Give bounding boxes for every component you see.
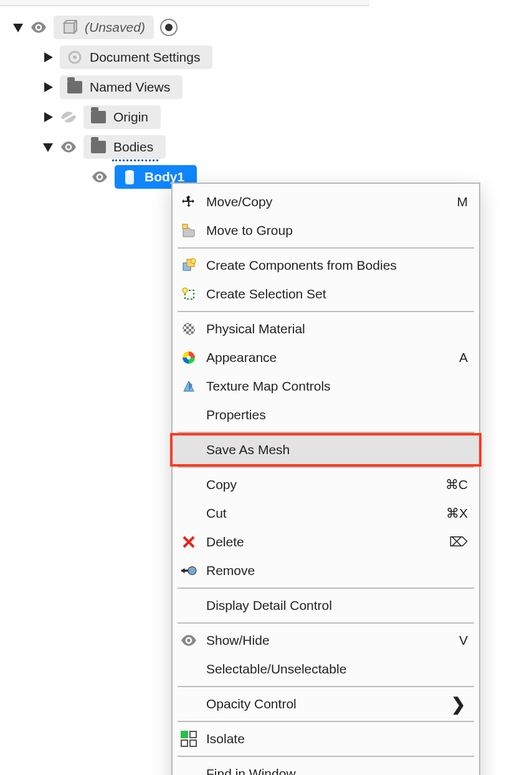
menu-icon-empty — [180, 660, 197, 678]
menu-item-appearance[interactable]: AppearanceA — [173, 343, 479, 372]
menu-item-label: Create Selection Set — [206, 287, 468, 302]
expand-toggle[interactable] — [42, 141, 54, 153]
tree-item-label: Named Views — [90, 80, 170, 95]
menu-item-label: Show/Hide — [206, 633, 450, 648]
delete-icon — [180, 533, 197, 551]
menu-item-physical-material[interactable]: Physical Material — [173, 315, 479, 343]
browser-tree: (Unsaved) Document Settings Named Views — [12, 12, 361, 192]
menu-item-cut[interactable]: Cut⌘X — [173, 499, 479, 528]
menu-item-find-in-window[interactable]: Find in Window — [173, 759, 479, 775]
eye-hidden-icon[interactable] — [60, 112, 77, 123]
folder-icon — [67, 80, 82, 95]
active-component-radio[interactable] — [160, 19, 178, 36]
menu-item-remove[interactable]: Remove — [173, 556, 479, 585]
toolbar-stub — [0, 0, 369, 6]
tree-root-row[interactable]: (Unsaved) — [12, 12, 361, 42]
menu-item-label: Save As Mesh — [206, 442, 468, 457]
menu-separator — [178, 311, 474, 312]
svg-point-18 — [183, 323, 195, 335]
menu-item-shortcut: A — [459, 350, 468, 365]
tree-item-bodies[interactable]: Bodies — [12, 132, 361, 162]
menu-item-shortcut: V — [459, 633, 468, 648]
expand-toggle[interactable] — [42, 52, 54, 63]
tree-chip[interactable]: Bodies — [83, 135, 166, 159]
menu-item-isolate[interactable]: Isolate — [173, 725, 479, 753]
tree-chip[interactable]: Origin — [83, 105, 161, 129]
menu-separator — [178, 247, 474, 249]
menu-item-properties[interactable]: Properties — [173, 401, 479, 429]
menu-item-label: Delete — [206, 535, 440, 549]
menu-icon-empty — [180, 505, 197, 522]
tree-item-label: Origin — [113, 110, 148, 125]
menu-item-label: Create Components from Bodies — [206, 258, 468, 273]
menu-item-shortcut: ⌘X — [446, 506, 468, 521]
menu-icon-empty — [180, 441, 197, 459]
expand-toggle[interactable] — [42, 112, 54, 123]
eye-icon[interactable] — [60, 141, 77, 153]
menu-item-shortcut: M — [457, 194, 468, 209]
menu-item-shortcut: ⌘C — [445, 477, 468, 492]
menu-item-label: Display Detail Control — [206, 598, 468, 613]
menu-item-texture-map-controls[interactable]: Texture Map Controls — [173, 372, 479, 401]
svg-rect-10 — [183, 224, 188, 229]
menu-item-delete[interactable]: Delete⌦ — [173, 528, 479, 556]
menu-item-label: Move/Copy — [206, 194, 449, 209]
menu-item-create-selection-set[interactable]: Create Selection Set — [173, 280, 479, 308]
menu-item-copy[interactable]: Copy⌘C — [173, 470, 479, 499]
create-components-icon — [180, 257, 197, 274]
menu-separator — [178, 721, 474, 722]
menu-icon-empty — [180, 476, 197, 493]
svg-point-28 — [187, 639, 190, 642]
menu-item-create-components-from-bodies[interactable]: Create Components from Bodies — [173, 251, 479, 280]
menu-item-move-copy[interactable]: Move/CopyM — [173, 188, 479, 216]
menu-item-opacity-control[interactable]: Opacity Control❯ — [173, 690, 479, 718]
menu-item-label: Copy — [206, 477, 437, 492]
menu-item-label: Remove — [206, 563, 468, 578]
expand-toggle[interactable] — [12, 22, 24, 33]
tree-item-named-views[interactable]: Named Views — [12, 72, 361, 102]
svg-point-13 — [191, 259, 196, 264]
menu-item-label: Selectable/Unselectable — [206, 662, 468, 677]
svg-rect-1 — [64, 23, 74, 33]
box-icon — [62, 20, 77, 35]
menu-item-shortcut: ⌦ — [449, 535, 468, 549]
selection-set-icon — [180, 285, 197, 303]
menu-item-display-detail-control[interactable]: Display Detail Control — [173, 591, 479, 620]
svg-point-7 — [67, 145, 70, 148]
tree-chip[interactable]: Named Views — [60, 75, 183, 99]
menu-item-move-to-group[interactable]: Move to Group — [173, 216, 479, 245]
tree-item-origin[interactable]: Origin — [12, 102, 361, 132]
move-icon — [180, 193, 197, 211]
eye-icon[interactable] — [30, 22, 47, 33]
eye-icon[interactable] — [91, 171, 108, 183]
body-icon — [122, 169, 137, 184]
menu-item-label: Physical Material — [206, 321, 468, 336]
isolate-icon — [180, 730, 197, 748]
menu-item-label: Appearance — [206, 350, 450, 365]
physical-material-icon — [180, 320, 197, 338]
menu-item-label: Opacity Control — [206, 697, 442, 711]
tree-chip[interactable]: Document Settings — [60, 45, 212, 69]
menu-icon-empty — [180, 597, 197, 614]
menu-item-label: Texture Map Controls — [206, 379, 468, 394]
menu-item-show-hide[interactable]: Show/HideV — [173, 626, 479, 655]
menu-item-label: Isolate — [206, 731, 468, 746]
eye-icon — [180, 632, 197, 649]
tree-item-document-settings[interactable]: Document Settings — [12, 42, 361, 72]
svg-marker-27 — [181, 568, 184, 574]
move-to-group-icon — [180, 222, 197, 239]
menu-item-selectable-unselectable[interactable]: Selectable/Unselectable — [173, 655, 479, 683]
menu-item-label: Find in Window — [206, 766, 468, 775]
gear-icon — [67, 50, 82, 65]
folder-icon — [91, 140, 106, 155]
folder-icon — [91, 110, 106, 125]
menu-separator — [178, 467, 474, 468]
remove-icon — [180, 562, 197, 579]
svg-point-0 — [37, 26, 40, 29]
menu-item-save-as-mesh[interactable]: Save As Mesh — [173, 435, 479, 464]
context-menu: Move/CopyMMove to GroupCreate Components… — [171, 183, 480, 775]
appearance-icon — [180, 349, 197, 366]
svg-point-9 — [125, 170, 134, 174]
expand-toggle[interactable] — [42, 82, 54, 93]
root-chip[interactable]: (Unsaved) — [54, 16, 154, 39]
